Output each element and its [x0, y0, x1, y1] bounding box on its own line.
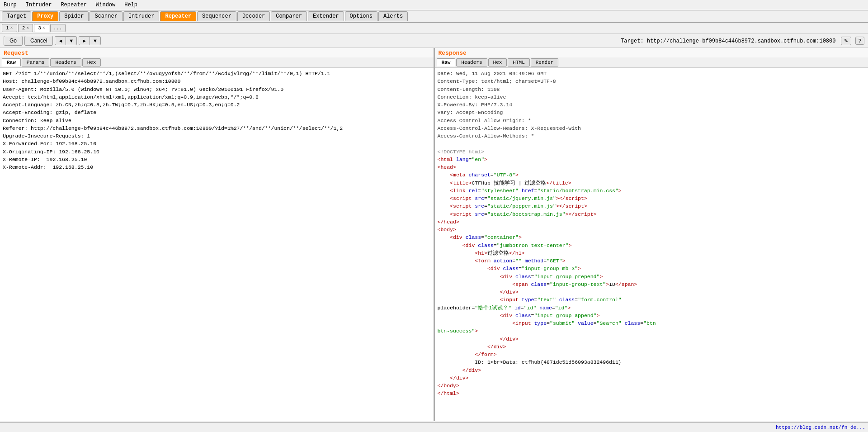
tab-intruder[interactable]: Intruder: [123, 11, 160, 21]
tab-alerts[interactable]: Alerts: [378, 11, 408, 21]
nav-fwd-button[interactable]: ►: [79, 36, 90, 45]
num-tabs: 1 × 2 × 3 × ...: [0, 23, 868, 34]
response-tab-hex[interactable]: Hex: [488, 58, 507, 66]
tab-repeater[interactable]: Repeater: [160, 11, 196, 21]
tab-extender[interactable]: Extender: [308, 11, 344, 21]
nav-back-button[interactable]: ◄: [55, 36, 66, 45]
num-tab-more[interactable]: ...: [50, 24, 66, 32]
target-info: Target: http://challenge-bf09b84c446b897…: [621, 37, 864, 45]
num-tab-2-close[interactable]: ×: [26, 26, 29, 31]
num-tab-2-label: 2: [22, 25, 25, 31]
target-label: Target:: [621, 38, 643, 44]
tab-comparer[interactable]: Comparer: [271, 11, 307, 21]
response-title: Response: [435, 48, 868, 57]
target-url: http://challenge-bf09b84c446b8972.sandbo…: [647, 38, 836, 44]
target-help-button[interactable]: ?: [855, 37, 864, 45]
request-content[interactable]: GET /?id=-1/**/union/**/select/**/1,(sel…: [0, 68, 434, 421]
go-button[interactable]: Go: [4, 36, 23, 46]
menu-burp[interactable]: Burp: [2, 1, 19, 9]
request-tab-hex[interactable]: Hex: [82, 58, 101, 66]
cancel-button[interactable]: Cancel: [24, 36, 53, 46]
tab-options[interactable]: Options: [345, 11, 377, 21]
num-tab-3-close[interactable]: ×: [42, 26, 45, 31]
response-panel: Response Raw Headers Hex HTML Render Dat…: [435, 48, 868, 421]
nav-fwd-down-button[interactable]: ▼: [90, 36, 101, 45]
menu-intruder[interactable]: Intruder: [24, 1, 54, 9]
response-tab-render[interactable]: Render: [531, 58, 559, 66]
controls-bar: Go Cancel ◄ ▼ ► ▼ Target: http://challen…: [0, 34, 868, 48]
menu-bar: Burp Intruder Repeater Window Help: [0, 0, 868, 10]
tab-proxy[interactable]: Proxy: [32, 11, 58, 21]
request-title: Request: [0, 48, 434, 57]
response-tab-headers[interactable]: Headers: [456, 58, 487, 66]
num-tab-1-label: 1: [6, 25, 9, 31]
menu-window[interactable]: Window: [94, 1, 117, 9]
num-tab-1[interactable]: 1 ×: [2, 24, 17, 32]
menu-help[interactable]: Help: [123, 1, 139, 9]
nav-fwd-group: ► ▼: [79, 36, 101, 45]
response-tab-html[interactable]: HTML: [508, 58, 529, 66]
menu-repeater[interactable]: Repeater: [59, 1, 89, 9]
request-tabs: Raw Params Headers Hex: [0, 57, 434, 68]
request-tab-params[interactable]: Params: [22, 58, 50, 66]
nav-back-down-button[interactable]: ▼: [66, 36, 77, 45]
request-panel: Request Raw Params Headers Hex GET /?id=…: [0, 48, 435, 421]
tab-decoder[interactable]: Decoder: [237, 11, 270, 21]
num-tab-3[interactable]: 3 ×: [34, 24, 49, 32]
tab-target[interactable]: Target: [2, 11, 31, 21]
response-content[interactable]: Date: Wed, 11 Aug 2021 09:49:06 GMT Cont…: [435, 68, 868, 421]
num-tab-1-close[interactable]: ×: [10, 26, 13, 31]
main-content: Request Raw Params Headers Hex GET /?id=…: [0, 48, 868, 421]
nav-back-group: ◄ ▼: [55, 36, 77, 45]
response-tabs: Raw Headers Hex HTML Render: [435, 57, 868, 68]
response-tab-raw[interactable]: Raw: [437, 58, 456, 66]
target-edit-button[interactable]: ✎: [841, 37, 851, 45]
num-tab-3-label: 3: [38, 25, 41, 31]
num-tab-2[interactable]: 2 ×: [18, 24, 33, 32]
request-tab-raw[interactable]: Raw: [2, 58, 21, 66]
main-tabs: Target Proxy Spider Scanner Intruder Rep…: [0, 10, 868, 23]
tab-scanner[interactable]: Scanner: [90, 11, 122, 21]
tab-spider[interactable]: Spider: [59, 11, 89, 21]
tab-sequencer[interactable]: Sequencer: [197, 11, 236, 21]
request-tab-headers[interactable]: Headers: [50, 58, 81, 66]
